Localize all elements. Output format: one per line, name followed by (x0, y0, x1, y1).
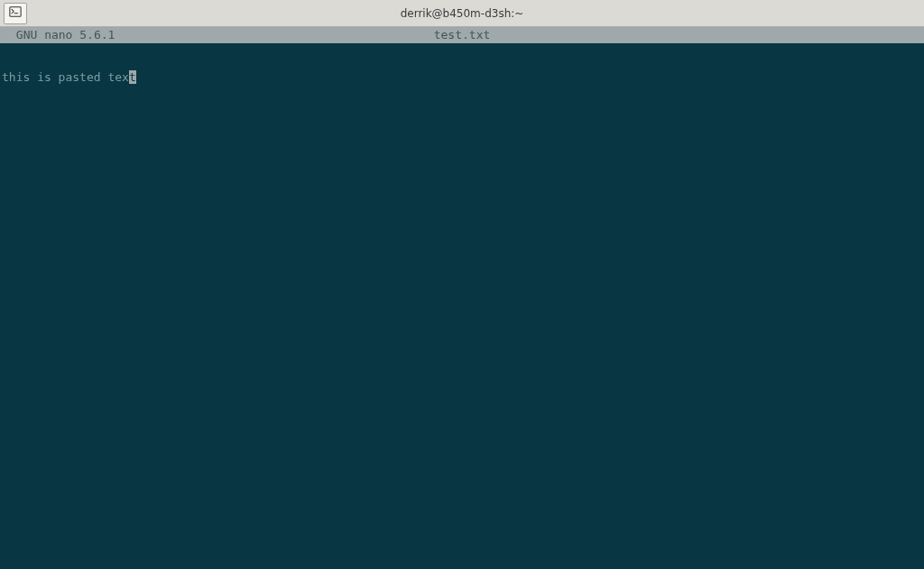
nano-header-bar: GNU nano 5.6.1 test.txt (0, 27, 924, 43)
svg-rect-0 (10, 7, 21, 17)
nano-filename: test.txt (434, 27, 491, 43)
window-title: derrik@b450m-d3sh:~ (401, 7, 524, 20)
editor-text: this is pasted tex (2, 70, 129, 84)
editor-cursor: t (129, 70, 136, 84)
terminal-icon (9, 5, 22, 21)
terminal-icon-button[interactable] (4, 3, 27, 24)
nano-app-name: GNU nano 5.6.1 (4, 27, 115, 43)
editor-area[interactable]: this is pasted text (0, 43, 924, 569)
window-titlebar: derrik@b450m-d3sh:~ (0, 0, 924, 27)
editor-line: this is pasted text (2, 70, 922, 84)
